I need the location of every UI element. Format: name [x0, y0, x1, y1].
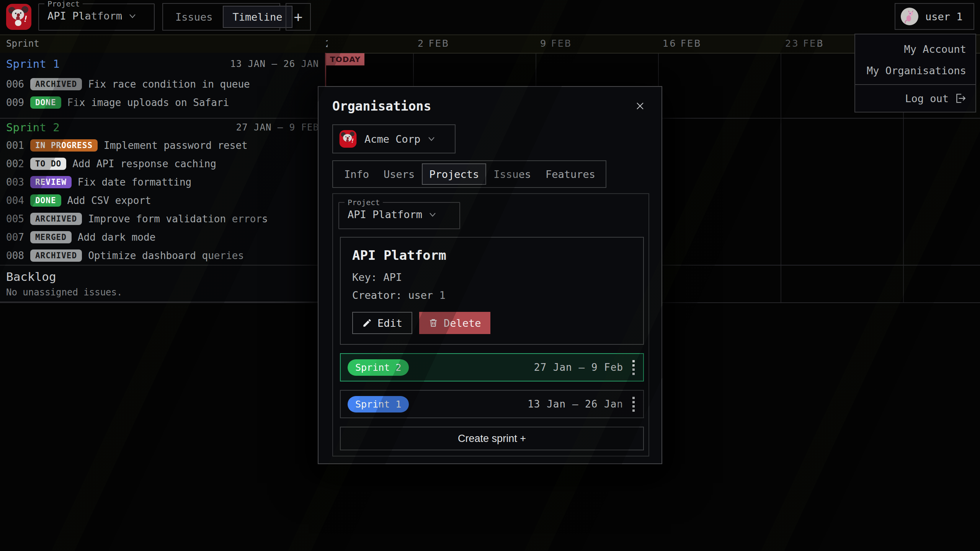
- issue-title: Fix image uploads on Safari: [67, 97, 229, 108]
- project-select-value: API Platform: [47, 10, 122, 22]
- view-issues-button[interactable]: Issues: [175, 11, 213, 23]
- top-bar: ! Project API Platform Issues Timeline +…: [0, 0, 980, 35]
- issue-title: Optimize dashboard queries: [88, 250, 244, 261]
- user-avatar: [901, 8, 918, 25]
- issue-number: 003: [6, 176, 24, 188]
- sprint-name: Sprint 1: [6, 57, 60, 70]
- issue-row[interactable]: 004DONEAdd CSV export: [0, 191, 325, 210]
- edit-label: Edit: [377, 317, 402, 329]
- organisation-select[interactable]: ! Acme Corp: [332, 124, 456, 153]
- issue-row[interactable]: 009DONEFix image uploads on Safari: [0, 93, 325, 112]
- modal-project-select[interactable]: Project API Platform: [338, 199, 460, 229]
- drag-handle-icon[interactable]: [631, 359, 636, 377]
- sprint-pill: Sprint 1: [348, 396, 409, 412]
- pencil-icon: [362, 318, 372, 328]
- issue-row[interactable]: 005ARCHIVEDImprove form validation error…: [0, 210, 325, 228]
- sprint-date-range: 13 Jan – 26 Jan: [528, 398, 623, 410]
- drag-handle-icon[interactable]: [631, 395, 636, 413]
- tab-info[interactable]: Info: [337, 163, 376, 185]
- clipped-week-label: 26 JAN: [325, 37, 328, 51]
- user-menu-item[interactable]: My Account: [855, 38, 975, 60]
- delete-label: Delete: [444, 317, 481, 329]
- modal-title: Organisations: [332, 99, 431, 114]
- status-badge: DONE: [30, 194, 61, 207]
- add-issue-button[interactable]: +: [286, 3, 311, 31]
- tab-features[interactable]: Features: [538, 163, 603, 185]
- issue-row[interactable]: 008ARCHIVEDOptimize dashboard queries: [0, 246, 325, 265]
- week-column-header: 23 FEB: [785, 34, 824, 53]
- issue-row[interactable]: 001IN PROGRESSImplement password reset: [0, 136, 325, 155]
- issue-title: Add API response caching: [72, 158, 216, 170]
- status-badge: ARCHIVED: [30, 78, 82, 90]
- app-logo-koala-icon[interactable]: !: [6, 4, 31, 30]
- create-sprint-button[interactable]: Create sprint +: [340, 427, 644, 450]
- view-switch: Issues Timeline: [162, 3, 280, 31]
- user-menu-button[interactable]: user 1: [895, 3, 974, 30]
- delete-project-button[interactable]: Delete: [419, 312, 490, 334]
- user-name: user 1: [925, 11, 963, 23]
- modal-project-select-label: Project: [345, 199, 383, 206]
- chevron-down-icon: [129, 14, 136, 18]
- logout-label: Log out: [905, 93, 949, 104]
- modal-tab-bar: InfoUsersProjectsIssuesFeatures: [332, 160, 606, 188]
- sprint-row[interactable]: Sprint 227 Jan – 9 Feb: [340, 353, 644, 381]
- backlog-title: Backlog: [6, 268, 319, 285]
- timeline-header-row: Sprint 26 JAN 2 FEB9 FEB16 FEB23 FEB: [0, 34, 980, 54]
- user-menu-item[interactable]: My Organisations: [855, 60, 975, 81]
- organisation-logo-icon: !: [339, 130, 357, 148]
- status-badge: TO DO: [30, 158, 66, 170]
- project-select[interactable]: Project API Platform: [38, 0, 155, 31]
- week-column-header: 2 FEB: [418, 34, 449, 53]
- sprint-section-header: Sprint 113 JAN – 26 JAN: [0, 53, 325, 75]
- issue-row[interactable]: 003REVIEWFix date formatting: [0, 173, 325, 191]
- issue-title: Fix race condition in queue: [88, 78, 250, 90]
- issue-title: Fix date formatting: [78, 176, 191, 188]
- project-creator: Creator: user 1: [352, 289, 632, 301]
- week-column-header: 9 FEB: [540, 34, 572, 53]
- issue-number: 001: [6, 140, 24, 151]
- issue-row[interactable]: 006ARCHIVEDFix race condition in queue: [0, 75, 325, 93]
- issue-number: 004: [6, 195, 24, 206]
- issue-title: Improve form validation errors: [88, 213, 268, 225]
- sprint-name: Sprint 2: [6, 121, 60, 134]
- backlog-empty-text: No unassigned issues.: [6, 287, 319, 298]
- logout-menu-item[interactable]: Log out: [855, 85, 975, 112]
- status-badge: MERGED: [30, 231, 72, 243]
- projects-tab-panel: Project API Platform API Platform Key: A…: [332, 193, 649, 456]
- status-badge: REVIEW: [30, 176, 72, 188]
- issue-number: 007: [6, 231, 24, 243]
- status-badge: IN PROGRESS: [30, 139, 98, 152]
- tab-users[interactable]: Users: [376, 163, 422, 185]
- issue-number: 006: [6, 78, 24, 90]
- chevron-down-icon: [428, 137, 435, 141]
- tab-projects[interactable]: Projects: [422, 163, 486, 185]
- issue-number: 002: [6, 158, 24, 170]
- edit-project-button[interactable]: Edit: [352, 312, 412, 334]
- project-key: Key: API: [352, 271, 632, 283]
- timeline-sprint-section: Sprint 113 JAN – 26 JAN006ARCHIVEDFix ra…: [0, 53, 325, 119]
- close-icon[interactable]: [632, 98, 648, 114]
- sprint-dates: 13 JAN – 26 JAN: [230, 59, 319, 69]
- modal-project-select-value: API Platform: [348, 209, 422, 220]
- issue-row[interactable]: 002TO DOAdd API response caching: [0, 155, 325, 173]
- status-badge: ARCHIVED: [30, 213, 82, 225]
- organisations-modal: Organisations ! Acme Corp InfoUsersProje…: [318, 86, 662, 464]
- logout-icon: [955, 93, 966, 104]
- grid-column-line: [781, 34, 781, 303]
- status-badge: DONE: [30, 96, 61, 109]
- backlog-section: BacklogNo unassigned issues.: [0, 266, 325, 302]
- sprint-row-right: 13 Jan – 26 Jan: [528, 395, 636, 413]
- tab-issues[interactable]: Issues: [486, 163, 538, 185]
- issue-number: 008: [6, 250, 24, 261]
- issue-number: 005: [6, 213, 24, 225]
- sprint-row[interactable]: Sprint 113 Jan – 26 Jan: [340, 390, 644, 418]
- sprint-row-right: 27 Jan – 9 Feb: [534, 359, 636, 377]
- chevron-down-icon: [429, 212, 436, 217]
- sprint-date-range: 27 Jan – 9 Feb: [534, 362, 623, 373]
- project-card-title: API Platform: [352, 248, 632, 263]
- sprint-dates: 27 JAN – 9 FEB: [236, 122, 319, 133]
- sprint-column-header: Sprint: [6, 34, 39, 53]
- view-timeline-button[interactable]: Timeline: [223, 6, 292, 28]
- user-dropdown-menu: My AccountMy Organisations Log out: [854, 34, 976, 112]
- issue-row[interactable]: 007MERGEDAdd dark mode: [0, 228, 325, 246]
